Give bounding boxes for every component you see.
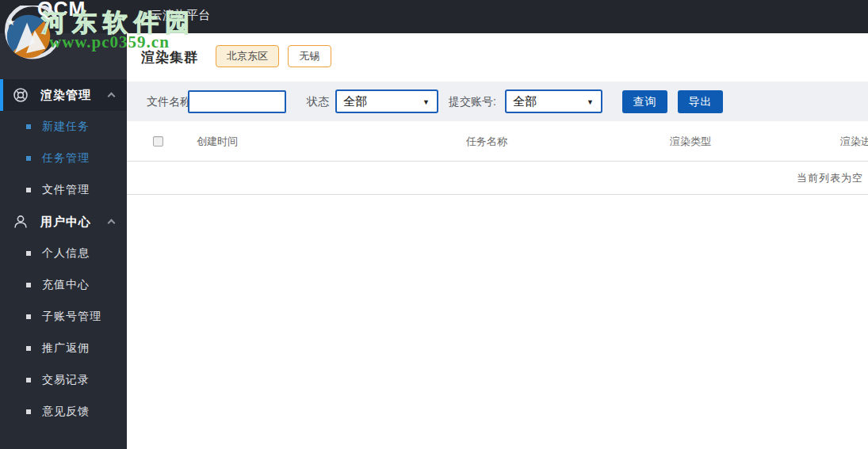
aperture-icon: [13, 87, 29, 103]
bullet-icon: [26, 124, 31, 129]
sidebar-menu: 渲染管理 新建任务 任务管理 文件管理 用户中心: [0, 79, 127, 428]
sidebar: 渲染管理 新建任务 任务管理 文件管理 用户中心: [0, 33, 127, 449]
sidebar-item-task-management[interactable]: 任务管理: [0, 143, 127, 174]
select-all-checkbox[interactable]: [153, 136, 163, 146]
sidebar-item-label: 意见反馈: [42, 405, 90, 419]
region-button-beijing-east[interactable]: 北京东区: [216, 45, 279, 67]
sidebar-item-recharge-center[interactable]: 充值中心: [0, 269, 127, 301]
table-empty-row: 当前列表为空: [127, 162, 868, 195]
bullet-icon: [26, 378, 31, 382]
chevron-up-icon: [108, 93, 116, 101]
table-header-row: 创建时间 任务名称 渲染类型 渲染进度: [127, 121, 868, 162]
region-button-wuxi[interactable]: 无锡: [288, 45, 331, 67]
submit-account-select[interactable]: 全部 ▼: [505, 89, 602, 113]
platform-title: 云渲染平台: [151, 0, 210, 33]
cloud-render-platform-window: 云渲染平台 QCM 渲染管理 新建任务: [0, 0, 868, 449]
export-button[interactable]: 导出: [678, 90, 723, 113]
query-button[interactable]: 查询: [622, 90, 667, 113]
status-select[interactable]: 全部 ▼: [335, 89, 438, 113]
bullet-icon: [26, 409, 31, 414]
sidebar-item-label: 子账号管理: [42, 310, 101, 324]
dropdown-arrow-icon: ▼: [423, 98, 430, 106]
main-content: 渲染集群 北京东区 无锡 文件名称 状态 全部 ▼ 提交账号: 全部 ▼ 查询 …: [127, 33, 868, 449]
status-select-value: 全部: [343, 94, 367, 109]
column-header-create-time: 创建时间: [197, 121, 238, 162]
sidebar-item-label: 推广返佣: [42, 341, 90, 356]
sidebar-section-render-management[interactable]: 渲染管理: [0, 79, 127, 111]
sidebar-item-label: 充值中心: [42, 278, 90, 292]
chevron-up-icon: [108, 219, 116, 227]
sidebar-item-transaction-records[interactable]: 交易记录: [0, 364, 127, 396]
submit-account-select-value: 全部: [513, 94, 537, 109]
sidebar-item-label: 交易记录: [42, 373, 90, 387]
qcm-logo-text: QCM: [37, 0, 86, 21]
topbar: 云渲染平台: [0, 0, 868, 33]
section-label-render-management: 渲染管理: [40, 88, 91, 103]
content-header: 渲染集群 北京东区 无锡: [127, 33, 868, 82]
sidebar-item-subaccount-management[interactable]: 子账号管理: [0, 301, 127, 333]
column-header-render-type: 渲染类型: [670, 121, 711, 162]
sidebar-item-new-task[interactable]: 新建任务: [0, 111, 127, 143]
section-label-user-center: 用户中心: [40, 215, 91, 230]
sidebar-item-label: 个人信息: [42, 246, 90, 261]
sidebar-item-personal-info[interactable]: 个人信息: [0, 238, 127, 269]
column-header-task-name: 任务名称: [466, 121, 507, 162]
sidebar-item-label: 任务管理: [42, 151, 90, 166]
logo-block: [0, 33, 127, 79]
sidebar-item-label: 文件管理: [42, 183, 90, 197]
sidebar-item-file-management[interactable]: 文件管理: [0, 174, 127, 206]
bullet-icon: [26, 346, 31, 351]
status-label: 状态: [307, 82, 329, 121]
sidebar-item-promotion-rebate[interactable]: 推广返佣: [0, 333, 127, 364]
empty-list-text: 当前列表为空: [797, 162, 863, 195]
user-icon: [13, 214, 29, 230]
submit-account-label: 提交账号:: [449, 82, 496, 121]
sidebar-item-feedback[interactable]: 意见反馈: [0, 396, 127, 428]
sidebar-item-label: 新建任务: [42, 120, 90, 134]
bullet-icon: [26, 188, 31, 192]
sidebar-section-user-center[interactable]: 用户中心: [0, 206, 127, 238]
bullet-icon: [26, 283, 31, 287]
bullet-icon: [26, 156, 31, 161]
file-name-label: 文件名称: [147, 82, 191, 121]
bullet-icon: [26, 314, 31, 319]
column-header-render-progress: 渲染进度: [840, 121, 868, 162]
dropdown-arrow-icon: ▼: [587, 98, 594, 106]
filter-bar: 文件名称 状态 全部 ▼ 提交账号: 全部 ▼ 查询 导出: [127, 82, 868, 121]
file-name-input[interactable]: [188, 90, 286, 113]
page-title: 渲染集群: [141, 48, 198, 67]
bullet-icon: [26, 251, 31, 256]
